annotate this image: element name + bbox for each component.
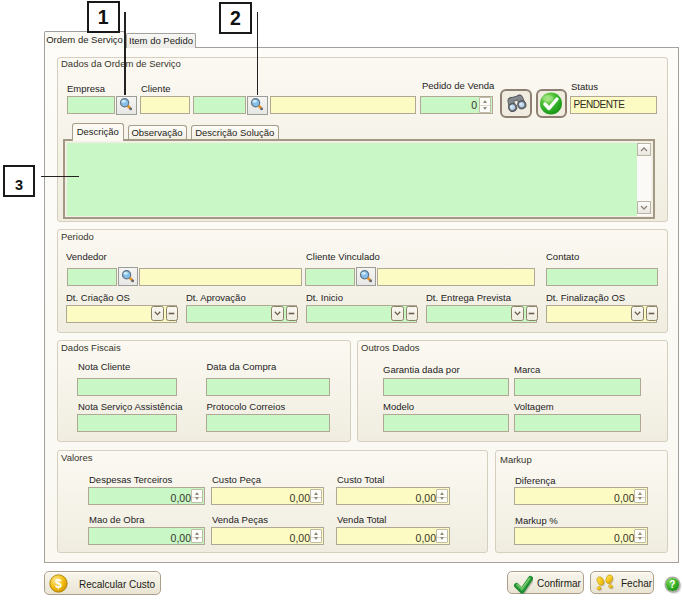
svg-text:$: $ — [55, 577, 62, 591]
